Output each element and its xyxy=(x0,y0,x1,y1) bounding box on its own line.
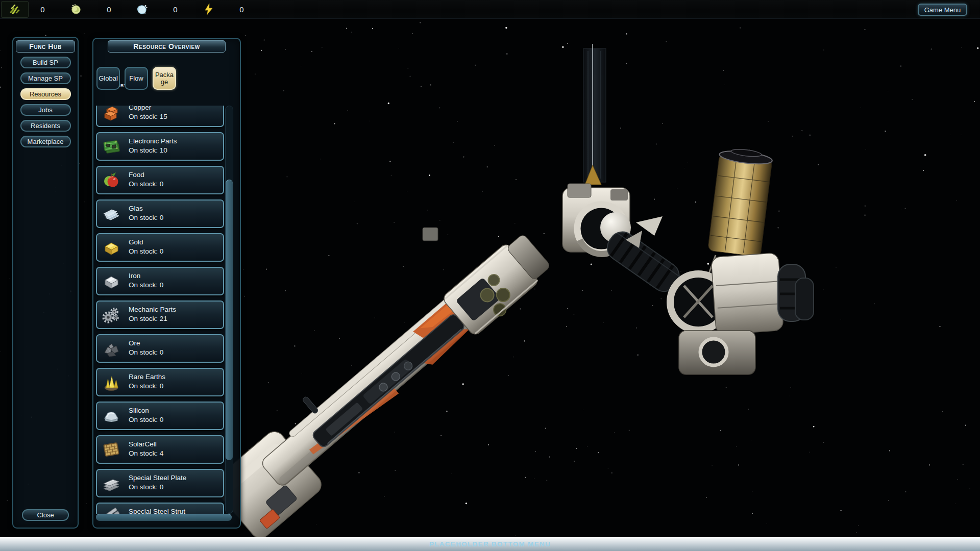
resource-card-5[interactable]: Iron On stock: 0 xyxy=(96,267,224,295)
horizontal-scrollbar-thumb[interactable] xyxy=(96,514,232,521)
resource-name: Iron xyxy=(129,272,140,280)
gear-parts-icon xyxy=(101,305,122,324)
resource-name: Copper xyxy=(129,106,151,111)
energy-bolt-icon xyxy=(192,0,225,18)
resource-card-0[interactable]: Copper On stock: 15 xyxy=(96,106,224,127)
resource-stock: On stock: 21 xyxy=(129,315,167,322)
terraform-waves-icon xyxy=(8,2,22,17)
resource-list-viewport: Copper On stock: 15 Electronic Parts On … xyxy=(96,106,224,514)
top-resource-bar: 0 0 0 0 Game Menu xyxy=(0,0,980,19)
resource-card-1[interactable]: Electronic Parts On stock: 10 xyxy=(96,132,224,161)
resource-name: Ore xyxy=(129,339,140,347)
resource-stock: On stock: 0 xyxy=(129,214,163,221)
vertical-scrollbar-thumb[interactable] xyxy=(226,180,233,460)
filter-button-0[interactable]: Global xyxy=(96,67,120,90)
func-hub-item-5[interactable]: Marketplace xyxy=(20,136,71,147)
func-hub-item-4[interactable]: Residents xyxy=(20,120,71,132)
bio-cell-icon xyxy=(59,0,92,18)
resource-card-10[interactable]: SolarCell On stock: 4 xyxy=(96,435,224,464)
copper-ingot-icon xyxy=(101,106,122,122)
func-hub-item-1[interactable]: Manage SP xyxy=(20,72,71,84)
resource-stock: On stock: 0 xyxy=(129,281,163,289)
func-hub-item-3[interactable]: Jobs xyxy=(20,104,71,116)
resource-name: Special Steel Strut xyxy=(129,508,185,514)
func-hub-title: Func Hub xyxy=(16,40,75,53)
resource-stock: On stock: 0 xyxy=(129,348,163,356)
resource-card-4[interactable]: Gold On stock: 0 xyxy=(96,233,224,262)
func-hub-item-0[interactable]: Build SP xyxy=(20,57,71,68)
circuit-board-icon xyxy=(101,137,122,156)
resource-card-6[interactable]: Mechanic Parts On stock: 21 xyxy=(96,300,224,329)
resource-card-3[interactable]: Glas On stock: 0 xyxy=(96,199,224,228)
resource-name: Mechanic Parts xyxy=(129,306,176,313)
bottom-menu-bar: PLACEHOLDER BOTTOM MENU xyxy=(0,537,980,551)
water-orb-icon xyxy=(126,0,159,18)
close-button[interactable]: Close xyxy=(22,509,69,521)
resource-counters: 0 0 0 0 xyxy=(26,0,258,18)
solar-cell-icon xyxy=(101,440,122,459)
resource-stock: On stock: 4 xyxy=(129,449,163,457)
resource-overview-panel: Resource Overview Category Filter Global… xyxy=(92,38,241,529)
resource-name: Glas xyxy=(129,205,143,212)
filter-button-2[interactable]: Package xyxy=(153,67,176,90)
resource-stock: On stock: 15 xyxy=(129,113,167,120)
resource-name: Rare Earths xyxy=(129,373,165,381)
resource-name: Gold xyxy=(129,238,143,246)
steel-plate-icon xyxy=(101,473,122,493)
resource-card-7[interactable]: Ore On stock: 0 xyxy=(96,334,224,363)
game-menu-button[interactable]: Game Menu xyxy=(918,4,967,16)
resource-stock: On stock: 0 xyxy=(129,382,163,390)
silicon-ingot-icon xyxy=(101,406,122,425)
resource-card-8[interactable]: Rare Earths On stock: 0 xyxy=(96,368,224,396)
resource-card-11[interactable]: Special Steel Plate On stock: 0 xyxy=(96,469,224,497)
resource-name: Silicon xyxy=(129,407,149,414)
resource-stock: On stock: 0 xyxy=(129,247,163,255)
counter-value: 0 xyxy=(225,0,258,18)
resource-card-9[interactable]: Silicon On stock: 0 xyxy=(96,402,224,430)
resource-name: SolarCell xyxy=(129,440,157,448)
resource-name: Special Steel Plate xyxy=(129,474,186,482)
resource-card-12[interactable]: Special Steel Strut On stock: 0 xyxy=(96,503,224,514)
ore-rocks-icon xyxy=(101,339,122,358)
category-filter-buttons: Global Flow Package xyxy=(96,67,176,90)
resource-name: Electronic Parts xyxy=(129,137,177,145)
bottom-menu-label: PLACEHOLDER BOTTOM MENU xyxy=(429,540,551,548)
apple-food-icon xyxy=(101,170,122,190)
counter-value: 0 xyxy=(26,0,59,18)
resource-name: Food xyxy=(129,171,144,179)
filter-button-1[interactable]: Flow xyxy=(125,67,148,90)
resource-overview-title: Resource Overview xyxy=(108,40,226,53)
steel-strut-icon xyxy=(101,507,122,514)
resource-stock: On stock: 0 xyxy=(129,416,163,423)
resource-stock: On stock: 0 xyxy=(129,180,163,188)
terraform-waves-box xyxy=(1,1,29,18)
counter-value: 0 xyxy=(92,0,126,18)
iron-ingot-icon xyxy=(101,271,122,291)
resource-list: Copper On stock: 15 Electronic Parts On … xyxy=(96,106,224,514)
resource-card-2[interactable]: Food On stock: 0 xyxy=(96,166,224,194)
resource-stock: On stock: 0 xyxy=(129,483,163,491)
rare-earth-crystals-icon xyxy=(101,372,122,392)
func-hub-buttons: Build SP Manage SP Resources Jobs Reside… xyxy=(13,57,78,147)
resource-stock: On stock: 10 xyxy=(129,146,167,154)
gold-ingot-icon xyxy=(101,238,122,257)
counter-value: 0 xyxy=(159,0,192,18)
func-hub-item-2[interactable]: Resources xyxy=(20,88,71,100)
glass-panes-icon xyxy=(101,204,122,223)
func-hub-panel: Func Hub Build SP Manage SP Resources Jo… xyxy=(12,37,79,529)
